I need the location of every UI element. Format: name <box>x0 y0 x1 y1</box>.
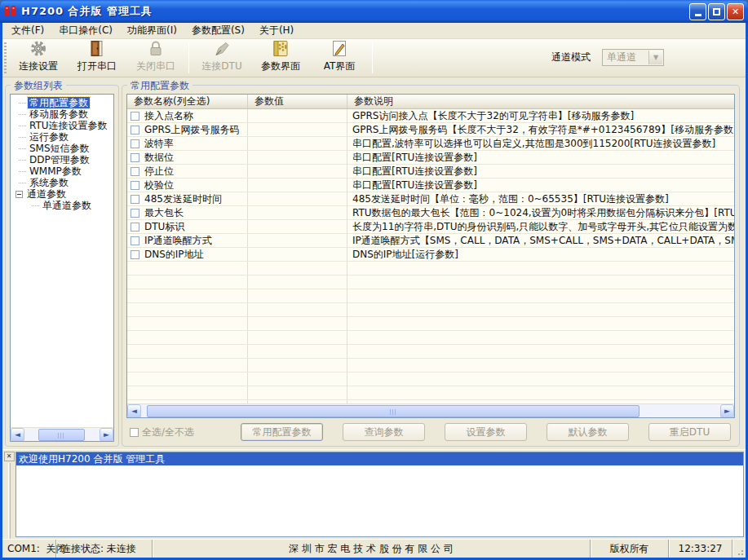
sidebar-item-1[interactable]: 常用配置参数 <box>14 97 113 108</box>
table-row[interactable]: 数据位串口配置[RTU连接设置参数] <box>127 151 734 165</box>
menu-item-4[interactable]: 关于(H) <box>252 23 301 39</box>
row-checkbox-icon[interactable] <box>131 112 139 121</box>
cell-param-value[interactable] <box>248 192 347 205</box>
row-checkbox-icon[interactable] <box>131 167 139 176</box>
footer-button-5[interactable]: 重启DTU <box>648 423 731 441</box>
table-row[interactable] <box>127 345 734 359</box>
sidebar-item-7[interactable]: WMMP参数 <box>14 165 113 177</box>
table-row[interactable]: 最大包长RTU数据包的最大包长【范围：0~1024,设置为0时将采用数据包分隔标… <box>127 206 734 220</box>
close-button[interactable]: ✕ <box>727 3 744 20</box>
toolbar-button-4[interactable]: 连接DTU <box>193 41 251 76</box>
select-all-checkbox[interactable]: 全选/全不选 <box>130 426 228 439</box>
table-row[interactable]: DTU标识长度为11的字符串,DTU的身份识别码,只能以数字、加号或字母开头,其… <box>127 220 734 234</box>
row-checkbox-icon[interactable] <box>131 139 139 148</box>
cell-param-value[interactable] <box>248 206 347 219</box>
row-checkbox-icon[interactable] <box>131 126 139 134</box>
column-header-value[interactable]: 参数值 <box>248 95 347 108</box>
toolbar-grip[interactable] <box>4 42 7 73</box>
sidebar-item-9[interactable]: 通道参数 <box>14 188 113 200</box>
table-row[interactable] <box>127 386 734 400</box>
table-row[interactable]: 485发送延时时间485发送延时时间【单位：毫秒，范围：0~65535】[RTU… <box>127 192 734 206</box>
table-row[interactable]: IP通道唤醒方式IP通道唤醒方式【SMS，CALL，DATA，SMS+CALL，… <box>127 234 734 248</box>
menu-item-3[interactable]: 参数配置(S) <box>184 23 252 39</box>
log-list[interactable]: 欢迎使用H7200 合并版 管理工具 <box>15 452 744 537</box>
resize-grip[interactable] <box>733 540 746 558</box>
tree-scroll-track[interactable] <box>24 428 100 442</box>
table-row[interactable] <box>127 289 734 303</box>
table-row[interactable]: DNS的IP地址DNS的IP地址[运行参数] <box>127 248 734 262</box>
cell-param-value[interactable] <box>248 386 347 399</box>
cell-param-value[interactable] <box>248 151 347 164</box>
table-row[interactable] <box>127 262 734 276</box>
row-checkbox-icon[interactable] <box>131 195 139 204</box>
cell-param-value[interactable] <box>248 220 347 233</box>
row-checkbox-icon[interactable] <box>131 153 139 162</box>
table-row[interactable] <box>127 359 734 373</box>
table-row[interactable] <box>127 317 734 331</box>
channel-mode-select[interactable]: 单通道 ▼ <box>602 49 664 66</box>
cell-param-value[interactable] <box>248 373 347 386</box>
toolbar-button-5[interactable]: 参数界面 <box>251 41 310 76</box>
minimize-button[interactable] <box>689 3 706 20</box>
toolbar-button-1[interactable]: 连接设置 <box>9 41 68 76</box>
sidebar-item-2[interactable]: 移动服务参数 <box>14 108 113 120</box>
sidebar-item-8[interactable]: 系统参数 <box>14 177 113 188</box>
sidebar-item-10[interactable]: 单通道参数 <box>14 200 113 211</box>
cell-param-value[interactable] <box>248 359 347 372</box>
table-row[interactable] <box>127 331 734 345</box>
table-scroll-track[interactable] <box>141 404 720 418</box>
row-checkbox-icon[interactable] <box>131 250 139 259</box>
column-header-desc[interactable]: 参数说明 <box>347 95 734 108</box>
tree-horizontal-scrollbar[interactable]: ◄ ► <box>11 427 113 441</box>
row-checkbox-icon[interactable] <box>131 223 139 231</box>
row-checkbox-icon[interactable] <box>131 181 139 190</box>
tree-scroll-thumb[interactable] <box>38 429 85 441</box>
table-scroll-thumb[interactable] <box>147 405 640 417</box>
cell-param-value[interactable] <box>248 123 347 136</box>
scroll-left-icon[interactable]: ◄ <box>11 428 24 442</box>
sidebar-item-5[interactable]: SMS短信参数 <box>14 143 113 154</box>
sidebar-item-6[interactable]: DDP管理参数 <box>14 154 113 165</box>
scroll-right-icon[interactable]: ► <box>720 404 734 418</box>
toolbar-button-2[interactable]: 打开串口 <box>68 41 126 76</box>
row-checkbox-icon[interactable] <box>131 209 139 218</box>
cell-param-value[interactable] <box>248 276 347 289</box>
column-header-name[interactable]: 参数名称(列全选) <box>127 95 248 108</box>
cell-param-value[interactable] <box>248 262 347 275</box>
cell-param-value[interactable] <box>248 248 347 261</box>
maximize-button[interactable] <box>708 3 725 20</box>
cell-param-value[interactable] <box>248 165 347 178</box>
log-close-button[interactable]: ✕ <box>4 452 15 461</box>
table-row[interactable]: 校验位串口配置[RTU连接设置参数] <box>127 179 734 192</box>
menu-item-2[interactable]: 功能界面(I) <box>120 23 184 39</box>
log-line[interactable]: 欢迎使用H7200 合并版 管理工具 <box>16 452 743 465</box>
cell-param-value[interactable] <box>248 317 347 330</box>
footer-button-1[interactable]: 常用配置参数 <box>241 423 323 441</box>
menu-item-0[interactable]: 文件(F) <box>4 23 51 39</box>
cell-param-value[interactable] <box>248 179 347 192</box>
toolbar-button-3[interactable]: 关闭串口 <box>126 41 185 76</box>
footer-button-4[interactable]: 默认参数 <box>547 423 629 441</box>
table-row[interactable]: 接入点名称GPRS访问接入点【长度不大于32的可见字符串】[移动服务参数] <box>127 109 734 123</box>
footer-button-2[interactable]: 查询参数 <box>343 423 425 441</box>
cell-param-value[interactable] <box>248 234 347 247</box>
cell-param-value[interactable] <box>248 289 347 302</box>
sidebar-item-4[interactable]: 运行参数 <box>14 131 113 143</box>
table-row[interactable] <box>127 373 734 386</box>
cell-param-value[interactable] <box>248 109 347 122</box>
scroll-right-icon[interactable]: ► <box>100 428 113 442</box>
checkbox-icon[interactable] <box>130 428 139 437</box>
log-panel-divider[interactable] <box>8 463 11 539</box>
toolbar-button-6[interactable]: AT界面 <box>310 41 369 76</box>
table-horizontal-scrollbar[interactable]: ◄ ► <box>127 403 734 417</box>
cell-param-value[interactable] <box>248 345 347 358</box>
table-row[interactable]: 停止位串口配置[RTU连接设置参数] <box>127 165 734 179</box>
scroll-left-icon[interactable]: ◄ <box>127 404 141 418</box>
row-checkbox-icon[interactable] <box>131 236 139 245</box>
table-row[interactable] <box>127 276 734 289</box>
footer-button-3[interactable]: 设置参数 <box>445 423 527 441</box>
table-row[interactable] <box>127 303 734 317</box>
sidebar-item-3[interactable]: RTU连接设置参数 <box>14 120 113 131</box>
table-row[interactable]: GPRS上网拨号服务码GPRS上网拨号服务码【长度不大于32，有效字符是*#+0… <box>127 123 734 137</box>
cell-param-value[interactable] <box>248 331 347 344</box>
